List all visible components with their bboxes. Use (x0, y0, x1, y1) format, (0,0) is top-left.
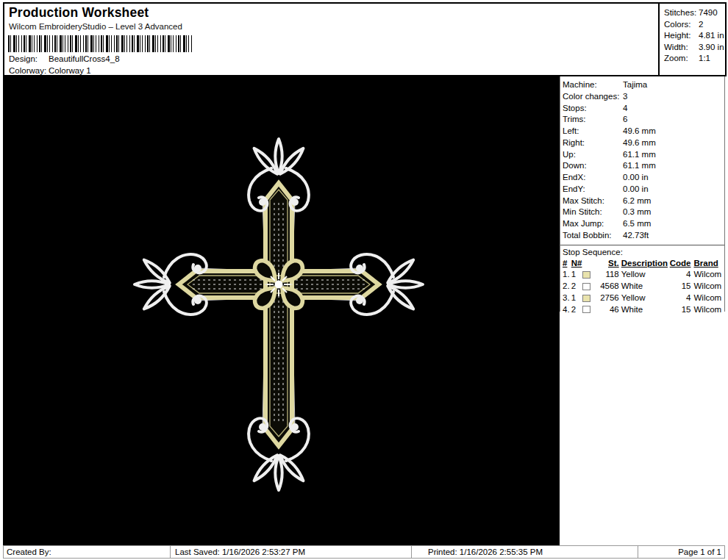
width-label: Width: (664, 42, 699, 54)
header-left: Production Worksheet Wilcom EmbroiderySt… (4, 4, 658, 75)
colorway-value: Colorway 1 (49, 66, 91, 75)
machine-row: Right:49.6 mm (563, 137, 724, 149)
stop-sequence-row: 3. 1 2756 Yellow 4 Wilcom (560, 292, 724, 304)
stat-row-stitches: Stitches: 7490 (664, 7, 725, 19)
machine-rows: Machine:Tajima Color changes:3 Stops:4 T… (560, 76, 724, 243)
machine-row: Total Bobbin:42.73ft (563, 230, 724, 242)
machine-info-panel: Machine:Tajima Color changes:3 Stops:4 T… (560, 76, 725, 312)
printed-cell: Printed: 1/16/2026 2:55:35 PM (412, 545, 638, 559)
machine-row: EndY:0.00 in (563, 184, 724, 195)
stitches-value: 7490 (699, 7, 718, 19)
last-saved-cell: Last Saved: 1/16/2026 2:53:27 PM (171, 545, 412, 559)
design-barcode (8, 35, 192, 52)
stop-sequence-row: 4. 2 46 White 15 Wilcom (560, 304, 724, 316)
machine-row: Down:61.1 mm (563, 160, 724, 172)
stat-row-width: Width: 3.90 in (664, 42, 725, 54)
stat-row-height: Height: 4.81 in (664, 30, 725, 42)
design-label: Design: (9, 54, 49, 63)
software-version-label: Wilcom EmbroideryStudio – Level 3 Advanc… (9, 22, 182, 31)
thread-color-swatch (582, 306, 590, 313)
embroidery-cross-design (3, 76, 560, 545)
zoom-value: 1:1 (699, 53, 710, 65)
zoom-label: Zoom: (664, 53, 699, 65)
machine-row: Machine:Tajima (563, 79, 724, 91)
height-value: 4.81 in (699, 30, 724, 42)
machine-row: Stops:4 (563, 103, 724, 115)
stop-sequence-row: 1. 1 118 Yellow 4 Wilcom (560, 269, 724, 281)
header: Production Worksheet Wilcom EmbroiderySt… (3, 2, 727, 76)
height-label: Height: (664, 30, 699, 42)
machine-row: Color changes:3 (563, 91, 724, 103)
width-value: 3.90 in (699, 42, 724, 54)
thread-color-swatch (582, 295, 590, 302)
created-by-cell: Created By: (3, 545, 171, 559)
stop-sequence-row: 2. 2 4568 White 15 Wilcom (560, 281, 724, 292)
machine-row: Trims:6 (563, 114, 724, 126)
running-stitch-lines (193, 203, 365, 423)
colors-label: Colors: (664, 19, 699, 31)
colors-value: 2 (699, 19, 703, 31)
machine-row: Up:61.1 mm (563, 149, 724, 161)
design-stats-box: Stitches: 7490 Colors: 2 Height: 4.81 in… (658, 4, 725, 75)
thread-color-swatch (582, 271, 590, 279)
page-number-cell: Page 1 of 1 (638, 545, 725, 559)
stitches-label: Stitches: (664, 7, 699, 19)
machine-row: Min Stitch:0.3 mm (563, 207, 724, 218)
production-worksheet-page: Production Worksheet Wilcom EmbroiderySt… (0, 0, 728, 560)
stat-row-colors: Colors: 2 (664, 19, 725, 31)
stat-row-zoom: Zoom: 1:1 (664, 53, 725, 65)
page-title: Production Worksheet (9, 5, 149, 21)
colorway-label: Colorway: (9, 66, 49, 75)
machine-row: EndX:0.00 in (563, 172, 724, 184)
design-preview-area (3, 76, 560, 545)
footer: Created By: Last Saved: 1/16/2026 2:53:2… (3, 545, 725, 559)
thread-color-swatch (582, 283, 590, 290)
design-row: Design: BeautifullCross4_8 (9, 54, 120, 63)
stop-sequence-title: Stop Sequence: (560, 245, 724, 258)
design-value: BeautifullCross4_8 (49, 54, 120, 63)
machine-row: Max Jump:6.5 mm (563, 218, 724, 230)
machine-row: Max Stitch:6.2 mm (563, 195, 724, 207)
colorway-row: Colorway: Colorway 1 (9, 66, 91, 75)
stop-sequence-header: # N# St. Description Code Brand (560, 258, 724, 270)
machine-row: Left:49.6 mm (563, 126, 724, 137)
